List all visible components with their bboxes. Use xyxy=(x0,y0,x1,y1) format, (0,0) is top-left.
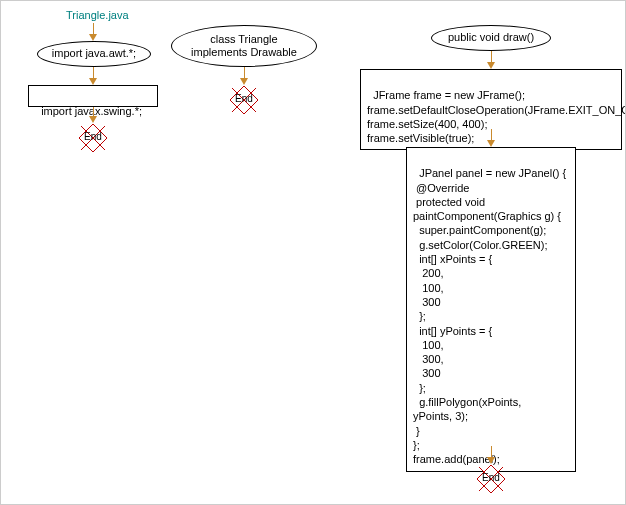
arrow-icon xyxy=(487,140,495,147)
end-node: End xyxy=(229,85,259,115)
arrow-icon xyxy=(487,457,495,464)
jpanel-paint-node: JPanel panel = new JPanel() { @Override … xyxy=(406,147,576,472)
node-text: JFrame frame = new JFrame(); frame.setDe… xyxy=(367,89,626,144)
import-swing-node: import javax.swing.*; xyxy=(28,85,158,107)
end-node: End xyxy=(476,464,506,494)
title-label: Triangle.java xyxy=(66,9,129,21)
node-text: import java.awt.*; xyxy=(52,47,136,60)
node-text: public void draw() xyxy=(448,31,534,44)
class-triangle-node: class Triangle implements Drawable xyxy=(171,25,317,67)
import-awt-node: import java.awt.*; xyxy=(37,41,151,67)
end-label: End xyxy=(476,472,506,483)
draw-method-node: public void draw() xyxy=(431,25,551,51)
arrow-icon xyxy=(240,78,248,85)
arrow-icon xyxy=(89,116,97,123)
end-node: End xyxy=(78,123,108,153)
arrow-icon xyxy=(89,78,97,85)
end-label: End xyxy=(78,131,108,142)
arrow-icon xyxy=(487,62,495,69)
node-text: class Triangle implements Drawable xyxy=(191,33,297,59)
arrow-icon xyxy=(89,34,97,41)
end-label: End xyxy=(229,93,259,104)
node-text: JPanel panel = new JPanel() { @Override … xyxy=(413,167,566,465)
